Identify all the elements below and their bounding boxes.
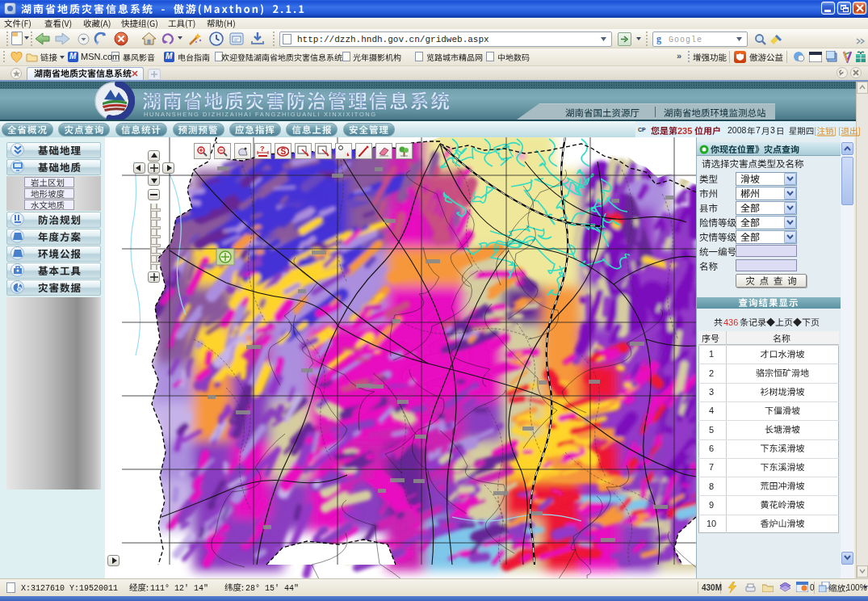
svg-text:?: ?: [260, 145, 265, 153]
svg-text:S: S: [281, 147, 287, 156]
